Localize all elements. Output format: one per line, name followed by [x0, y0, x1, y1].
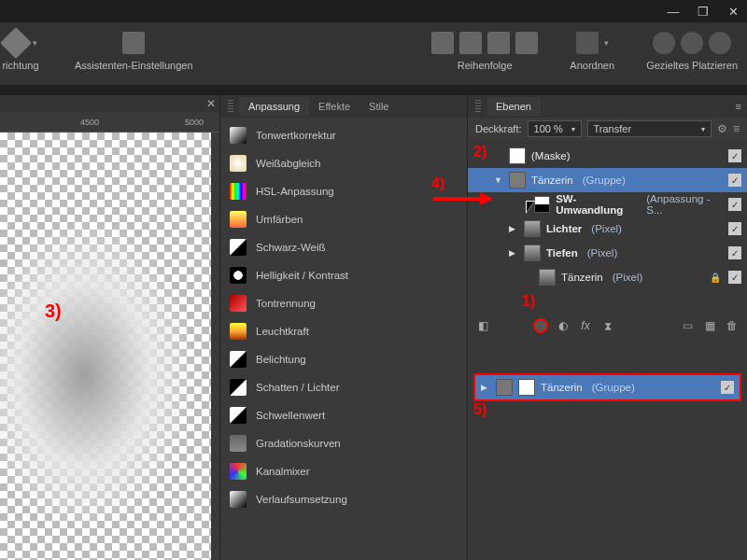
adjustment-item[interactable]: Gradationskurven	[220, 429, 467, 457]
window-maximize[interactable]: ❐	[697, 5, 710, 18]
panel-menu-icon[interactable]: ≡	[736, 101, 741, 112]
adjustment-item[interactable]: Leuchtkraft	[220, 317, 467, 345]
adjustment-icon	[230, 239, 247, 256]
blend-dropdown[interactable]: Transfer▾	[587, 120, 712, 137]
gear-icon[interactable]: ⚙	[717, 122, 727, 135]
tab-effekte[interactable]: Effekte	[309, 97, 359, 116]
link-icon[interactable]: ▦	[702, 318, 717, 333]
adjustment-item[interactable]: HSL-Anpassung	[220, 177, 467, 205]
layer-name: Tänzerin	[531, 175, 573, 186]
mask-icon[interactable]: ◐	[556, 318, 571, 333]
grip-icon[interactable]	[475, 100, 481, 113]
tool-order[interactable]: Reihenfolge	[431, 30, 538, 71]
tool-direction[interactable]: ▾ richtung	[0, 30, 49, 71]
blend-pass-icon[interactable]: ◧	[475, 318, 490, 333]
lock-icon[interactable]: 🔒	[710, 273, 721, 283]
adjustment-item[interactable]: Schwarz-Weiß	[220, 233, 467, 261]
adjustment-item[interactable]: Schatten / Lichter	[220, 373, 467, 401]
layer-name: (Maske)	[531, 150, 571, 161]
adjustment-item[interactable]: Tonwertkorrektur	[220, 121, 467, 149]
visibility-check[interactable]: ✓	[728, 198, 741, 211]
layer-row[interactable]: (Maske)✓	[468, 144, 747, 168]
adjustment-item[interactable]: Kanalmixer	[220, 457, 467, 485]
adjustment-icon	[230, 295, 247, 312]
adjustment-icon	[230, 351, 247, 368]
adjustment-item[interactable]: Umfärben	[220, 205, 467, 233]
adjustment-label: Gradationskurven	[256, 438, 341, 449]
adjustment-item[interactable]: Helligkeit / Kontrast	[220, 261, 467, 289]
layer-thumb	[524, 220, 541, 237]
adjustment-icon	[230, 323, 247, 340]
adjustment-label: Helligkeit / Kontrast	[256, 270, 348, 281]
annotation-3: 3)	[45, 301, 62, 322]
adjustment-icon	[230, 463, 247, 480]
adjustment-label: Umfärben	[256, 214, 303, 225]
layer-type: (Pixel)	[613, 272, 643, 283]
layer-row[interactable]: Tänzerin(Pixel)🔒✓	[468, 265, 747, 289]
adjustment-item[interactable]: Tontrennung	[220, 289, 467, 317]
visibility-check[interactable]: ✓	[728, 174, 741, 187]
disclosure-icon[interactable]: ▶	[509, 248, 518, 258]
close-icon[interactable]: ✕	[206, 97, 216, 110]
visibility-check[interactable]: ✓	[728, 246, 741, 259]
document-tab[interactable]: ✕	[0, 95, 219, 112]
adjustment-label: Weißabgleich	[256, 158, 320, 169]
layer-row[interactable]: ▼Tänzerin(Gruppe)✓	[468, 168, 747, 192]
annotation-box-5: ▶ Tänzerin (Gruppe) ✓	[473, 373, 741, 401]
tool-label: Reihenfolge	[458, 60, 513, 71]
layer-name: Tiefen	[546, 247, 578, 259]
adjustment-label: Belichtung	[256, 354, 306, 365]
visibility-check[interactable]: ✓	[728, 149, 741, 162]
tool-label: Anordnen	[570, 60, 614, 71]
visibility-check[interactable]: ✓	[721, 381, 734, 394]
adjustment-icon	[230, 267, 247, 284]
visibility-check[interactable]: ✓	[728, 222, 741, 235]
adjustment-item[interactable]: Schwellenwert	[220, 401, 467, 429]
tab-ebenen[interactable]: Ebenen	[486, 97, 541, 116]
layer-row[interactable]: ▶Tiefen(Pixel)✓	[468, 241, 747, 265]
opacity-dropdown[interactable]: 100 %▾	[528, 120, 582, 137]
adjustment-icon	[230, 155, 247, 172]
tool-arrange[interactable]: ▾ Anordnen	[564, 30, 620, 71]
layer-row[interactable]: ▶Lichter(Pixel)✓	[468, 217, 747, 241]
ruler: 4500 5000	[0, 112, 219, 133]
place-icon	[681, 32, 703, 54]
layer-name: Tänzerin	[561, 272, 603, 283]
canvas[interactable]	[0, 133, 211, 560]
window-titlebar: — ❐ ✕	[0, 0, 747, 22]
annotation-5: 5)	[473, 401, 486, 418]
adjustment-icon	[230, 491, 247, 508]
adjustment-item[interactable]: Belichtung	[220, 345, 467, 373]
hourglass-icon[interactable]: ⧗	[600, 318, 615, 333]
layer-thumb	[524, 245, 541, 261]
layer-row-group[interactable]: ▶ Tänzerin (Gruppe) ✓	[475, 375, 740, 399]
adjustment-label: Leuchtkraft	[256, 326, 309, 337]
layer-row[interactable]: SW-Umwandlung(Anpassung - S...✓	[468, 192, 747, 217]
adjustment-icon	[230, 435, 247, 452]
tool-targeted-place[interactable]: Gezieltes Platzieren	[646, 30, 738, 71]
tool-assistant-settings[interactable]: Assistenten-Einstellungen	[75, 30, 193, 71]
trash-icon[interactable]: 🗑	[725, 318, 740, 333]
adjustment-icon	[230, 127, 247, 144]
disclosure-icon[interactable]: ▶	[509, 224, 518, 233]
tab-stile[interactable]: Stile	[359, 97, 398, 116]
adjustment-item[interactable]: Weißabgleich	[220, 149, 467, 177]
disclosure-icon[interactable]: ▶	[481, 383, 490, 392]
main-toolbar: ▾ richtung Assistenten-Einstellungen Rei…	[0, 22, 747, 86]
adjustment-label: Kanalmixer	[256, 466, 310, 477]
panel-tabs: Anpassung Effekte Stile	[220, 95, 467, 118]
tab-anpassung[interactable]: Anpassung	[239, 97, 309, 116]
disclosure-icon[interactable]: ▼	[494, 175, 503, 185]
annotation-4: 4)	[431, 175, 444, 192]
window-minimize[interactable]: —	[667, 5, 680, 18]
adjustment-layer-icon[interactable]	[533, 318, 548, 333]
adjustment-item[interactable]: Verlaufsumsetzung	[220, 485, 467, 513]
fx-icon[interactable]: fx	[578, 318, 593, 333]
folder-icon[interactable]: ▭	[680, 318, 695, 333]
annotation-arrow-4	[433, 192, 493, 205]
grip-icon[interactable]	[228, 100, 233, 113]
panel-menu-icon[interactable]: ≡	[733, 122, 740, 135]
layer-name: Tänzerin	[541, 382, 583, 393]
visibility-check[interactable]: ✓	[728, 271, 741, 284]
window-close[interactable]: ✕	[726, 5, 740, 18]
